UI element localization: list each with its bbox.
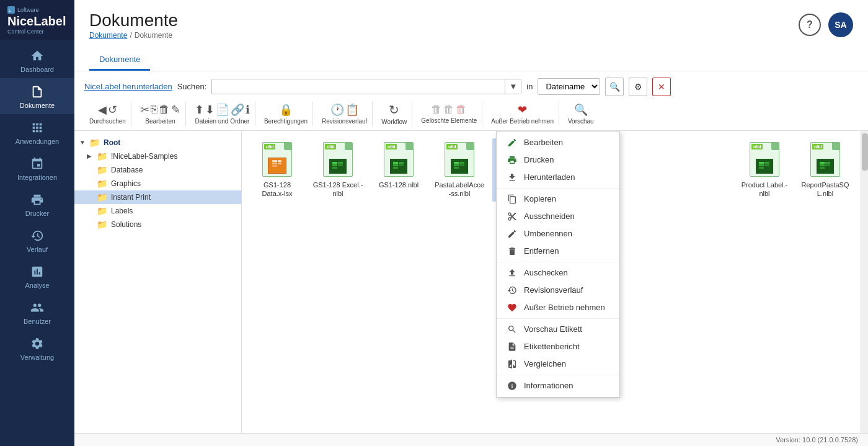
toolbar-group-vorschau[interactable]: 🔍 Vorschau — [563, 102, 599, 126]
ctx-vorschau[interactable]: Vorschau Etikett — [497, 321, 619, 338]
tree-item-label: Root — [104, 138, 120, 147]
file-item-f1[interactable]: nlbl GS1-128 Data.x-lsx — [249, 138, 305, 202]
ctx-auschecken[interactable]: Auschecken — [497, 264, 619, 282]
toolbar-group-dateien[interactable]: ⬆ ⬇ 📄 🔗 ℹ Dateien und Ordner — [190, 102, 255, 126]
sidebar-item-anwendungen[interactable]: Anwendungen — [0, 114, 74, 150]
file-item-f2[interactable]: nlbl GS1-128 Excel.-nlbl — [310, 138, 366, 202]
ctx-label: Vergleichen — [524, 359, 566, 368]
sidebar-item-benutzer[interactable]: Benutzer — [0, 294, 74, 330]
search-input[interactable] — [212, 79, 505, 94]
file-item-f3[interactable]: nlbl GS1-128.nlbl — [371, 138, 427, 202]
file-icon-f3: nlbl — [383, 142, 415, 178]
search-field-select[interactable]: Dateiname — [538, 78, 600, 95]
file-label: ReportPastaSQ L.nlbl — [800, 181, 851, 198]
toolbar-group-berechtigungen[interactable]: 🔒 Berechtigungen — [259, 102, 313, 126]
clock-icon: 🕐 — [330, 103, 344, 117]
tree-item-instant-print[interactable]: 📁 Instant Print — [74, 190, 241, 204]
tree-item-database[interactable]: 📁 Database — [74, 163, 241, 177]
svg-rect-20 — [459, 162, 464, 164]
vertical-scrollbar[interactable] — [861, 131, 868, 433]
settings-button[interactable]: ⚙ — [629, 78, 647, 96]
preview-icon: 🔍 — [574, 103, 588, 117]
file-icon-f4: nlbl — [443, 142, 476, 178]
ctx-kopieren[interactable]: Kopieren — [497, 190, 619, 208]
svg-rect-27 — [759, 162, 764, 164]
tree-item-label: Database — [111, 166, 143, 174]
sidebar-item-dashboard[interactable]: Dashboard — [0, 42, 74, 78]
breadcrumb: Dokumente / Dokumente — [89, 31, 178, 40]
toolbar-buttons: ◀ ↺ Durchsuchen ✂ ⎘ 🗑 ✎ Bearbeiten ⬆ — [84, 101, 858, 127]
sidebar-item-verwaltung[interactable]: Verwaltung — [0, 330, 74, 366]
ctx-informationen[interactable]: Informationen — [497, 377, 619, 395]
ctx-revisionsverlauf[interactable]: Revisionsverlauf — [497, 282, 619, 299]
trash2-icon: 🗑 — [443, 103, 454, 116]
close-search-button[interactable]: ✕ — [652, 78, 671, 96]
tab-dokumente[interactable]: Dokumente — [89, 50, 150, 71]
sidebar-item-dokumente[interactable]: Dokumente — [0, 78, 74, 114]
tree-item-labels[interactable]: 📁 Labels — [74, 204, 241, 218]
toolbar-group-workflow[interactable]: ↻ Workflow — [376, 101, 412, 127]
trash3-icon: 🗑 — [456, 103, 467, 116]
folder-icon: 📁 — [97, 192, 107, 202]
ctx-drucken[interactable]: Drucken — [497, 151, 619, 169]
toolbar-group-bearbeiten[interactable]: ✂ ⎘ 🗑 ✎ Bearbeiten — [135, 102, 186, 126]
svg-rect-29 — [759, 167, 764, 169]
search-dropdown-button[interactable]: ▼ — [505, 79, 521, 94]
tree-item-label: Graphics — [111, 179, 141, 188]
ctx-label: Umbenennen — [524, 229, 572, 238]
ctx-herunterladen[interactable]: Herunterladen — [497, 169, 619, 186]
tree-item-solutions[interactable]: 📁 Solutions — [74, 218, 241, 231]
sidebar-item-analyse[interactable]: Analyse — [0, 258, 74, 294]
ctx-vergleichen[interactable]: Vergleichen — [497, 355, 619, 373]
sidebar-item-drucker[interactable]: Drucker — [0, 186, 74, 222]
file-item-f6[interactable]: nlbl Product Label.-nlbl — [737, 138, 792, 202]
trash-icon — [507, 246, 518, 257]
ctx-label: Kopieren — [524, 194, 556, 203]
chart-icon — [30, 264, 45, 279]
help-button[interactable]: ? — [799, 14, 821, 36]
avatar[interactable]: SA — [828, 12, 853, 37]
file-icon-f7: nlbl — [809, 142, 841, 178]
ctx-label: Ausschneiden — [524, 212, 575, 221]
sidebar-item-integrationen[interactable]: Integrationen — [0, 150, 74, 186]
toolbar-group-label: Revisionsverlauf — [322, 118, 367, 125]
svg-rect-8 — [332, 164, 337, 166]
toolbar-group-label: Bearbeiten — [145, 118, 175, 125]
search-button[interactable]: 🔍 — [605, 78, 624, 96]
refresh-icon: ↺ — [108, 103, 117, 117]
ctx-entfernen[interactable]: Entfernen — [497, 243, 619, 260]
svg-rect-36 — [825, 164, 830, 166]
breadcrumb-link[interactable]: Dokumente — [89, 31, 127, 40]
integration-icon — [30, 156, 45, 171]
tabs: Dokumente — [89, 50, 853, 71]
svg-rect-11 — [338, 164, 343, 166]
user-icon — [30, 300, 45, 315]
svg-rect-21 — [459, 164, 464, 166]
svg-rect-34 — [820, 167, 825, 169]
nicelabel-download-link[interactable]: NiceLabel herunterladen — [84, 82, 172, 91]
toolbar-group-revisionsverlauf[interactable]: 🕐 📋 Revisionsverlauf — [317, 102, 373, 126]
file-label: GS1-128.nlbl — [379, 181, 418, 189]
ctx-etikettenbericht[interactable]: Etikettenbericht — [497, 338, 619, 355]
file-item-f4[interactable]: nlbl PastaLabelAcce-ss.nlbl — [432, 138, 487, 202]
tree-item-root[interactable]: ▼ 📁 Root — [74, 136, 241, 149]
svg-rect-30 — [764, 162, 769, 164]
svg-rect-7 — [332, 162, 337, 164]
ctx-ausser-betrieb[interactable]: Außer Betrieb nehmen — [497, 299, 619, 316]
ctx-umbenennen[interactable]: Umbenennen — [497, 225, 619, 243]
toolbar-group-durchsuchen[interactable]: ◀ ↺ Durchsuchen — [84, 102, 131, 126]
tree-item-graphics[interactable]: 📁 Graphics — [74, 177, 241, 190]
file-item-f7[interactable]: nlbl ReportPastaSQ L.nlbl — [797, 138, 853, 202]
sidebar-item-verlauf[interactable]: Verlauf — [0, 222, 74, 258]
edit-icon — [507, 137, 518, 148]
toolbar-group-ausser-betrieb[interactable]: ❤ Außer Betrieb nehmen — [486, 102, 559, 126]
ctx-bearbeiten[interactable]: Bearbeiten — [497, 134, 619, 151]
download-icon — [507, 172, 518, 183]
toolbar-group-geloeschte[interactable]: 🗑 🗑 🗑 Gelöschte Elemente — [416, 102, 482, 125]
ctx-ausschneiden[interactable]: Ausschneiden — [497, 208, 619, 225]
ctx-label: Drucken — [524, 155, 554, 164]
header-actions: ? SA — [799, 10, 853, 37]
tree-item-nicelabel-samples[interactable]: ▶ 📁 !NiceLabel-Samples — [74, 149, 241, 163]
svg-rect-28 — [759, 164, 764, 166]
copy-icon: ⎘ — [151, 103, 157, 116]
